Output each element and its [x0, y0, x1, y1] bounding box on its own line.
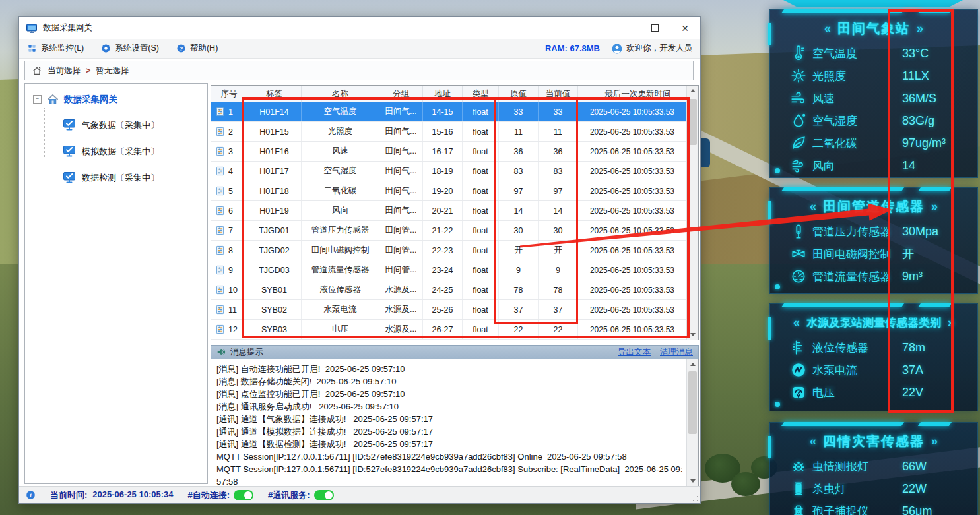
table-row[interactable]: 4 H01F17 空气湿度 田间气... 18-19 float 83 83 2…: [211, 162, 687, 181]
table-header-cell[interactable]: 序号: [211, 86, 247, 102]
table-row[interactable]: 10 SYB01 液位传感器 水源及... 24-25 float 78 78 …: [211, 280, 687, 300]
table-header-cell[interactable]: 最后一次更新时间: [578, 86, 698, 102]
tree-expander[interactable]: −: [33, 95, 42, 104]
table-header-cell[interactable]: 地址: [423, 86, 463, 102]
cell-name: 电压: [302, 320, 379, 339]
maximize-button[interactable]: [639, 17, 670, 39]
sensor-value: 11LX: [902, 69, 971, 83]
scroll-up-arrow[interactable]: [687, 359, 698, 369]
table-row[interactable]: 6 H01F19 风向 田间气... 20-21 float 14 14 202…: [211, 201, 687, 221]
side-tab-handle[interactable]: [701, 138, 710, 167]
close-button[interactable]: ✕: [670, 17, 700, 39]
tree-item-channel[interactable]: 数据检测〔采集中〕: [63, 165, 207, 191]
table-header-cell[interactable]: 类型: [463, 86, 499, 102]
sensor-reading-row: 电压 22V: [790, 381, 971, 404]
export-text-link[interactable]: 导出文本: [618, 347, 651, 358]
dashboard-section-weather: « 田间气象站 » 空气温度 33°C 光照度 11LX: [769, 9, 978, 178]
table-row[interactable]: 3 H01F16 风速 田间气... 16-17 float 36 36 202…: [211, 142, 687, 162]
resize-grip[interactable]: [692, 495, 699, 502]
table-row[interactable]: 5 H01F18 二氧化碳 田间气... 19-20 float 97 97 2…: [211, 181, 687, 201]
scroll-up-arrow[interactable]: [687, 86, 698, 96]
prev-arrow[interactable]: «: [810, 200, 816, 214]
speaker-icon: [216, 348, 226, 357]
breadcrumb: 当前选择 > 暂无选择: [24, 61, 694, 80]
toggle-switch[interactable]: [314, 490, 334, 500]
scrollbar-thumb[interactable]: [688, 99, 697, 145]
tree-root-gateway[interactable]: − 数据采集网关: [33, 93, 207, 106]
cell-address: 20-21: [423, 201, 463, 220]
table-row[interactable]: 9 TJGD03 管道流量传感器 田间管... 23-24 float 9 9 …: [211, 260, 687, 280]
cell-index: 12: [228, 325, 238, 334]
user-icon: [612, 44, 622, 54]
cell-current-value: 36: [539, 142, 578, 161]
sensor-reading-row: 空气湿度 83G/g: [790, 109, 971, 132]
monitor-check-icon: [63, 171, 76, 186]
table-row[interactable]: 12 SYB03 电压 水源及... 26-27 float 22 22 202…: [211, 320, 687, 340]
scroll-down-arrow[interactable]: [687, 476, 698, 486]
prev-arrow[interactable]: «: [793, 316, 800, 330]
next-arrow[interactable]: »: [948, 316, 954, 330]
log-line: [通讯] 通道【模拟数据】连接成功! 2025-06-25 09:57:17: [216, 425, 684, 438]
next-arrow[interactable]: »: [931, 200, 938, 214]
message-scrollbar[interactable]: [686, 359, 698, 486]
table-header-cell[interactable]: 原值: [499, 86, 539, 102]
table-row[interactable]: 8 TJGD02 田间电磁阀控制 田间管... 22-23 float 开 开 …: [211, 241, 687, 260]
table-scrollbar[interactable]: [686, 86, 698, 340]
cell-current-value: 14: [539, 201, 578, 220]
table-body: 1 H01F14 空气温度 田间气... 14-15 float 33 33 2…: [211, 102, 687, 340]
clear-messages-link[interactable]: 清理消息: [660, 347, 693, 358]
frame-mark: [768, 317, 771, 340]
title-bar[interactable]: 数据采集网关 ✕: [19, 17, 700, 39]
cell-last-update: 2025-06-25 10:05:33.53: [578, 181, 687, 200]
thermometer-icon: [790, 45, 812, 62]
scrollbar-thumb[interactable]: [688, 371, 697, 434]
cell-name: 水泵电流: [302, 300, 379, 319]
sensor-reading-row: 空气温度 33°C: [790, 42, 971, 65]
minimize-button[interactable]: [609, 17, 639, 39]
toggle-switch[interactable]: [234, 490, 253, 500]
sensor-dashboard: « 田间气象站 » 空气温度 33°C 光照度 11LX: [768, 0, 980, 515]
tree-item-channel[interactable]: 气象数据〔采集中〕: [63, 112, 207, 138]
message-panel-title: 消息提示: [230, 347, 263, 358]
cell-group: 水源及...: [379, 300, 423, 319]
sensor-reading-row: 田间电磁阀控制 开: [790, 243, 971, 265]
cell-type: float: [463, 181, 499, 200]
cell-address: 24-25: [423, 280, 463, 299]
tree-item-channel[interactable]: 模拟数据〔采集中〕: [63, 138, 207, 165]
cell-group: 水源及...: [379, 320, 423, 339]
menu-item[interactable]: 帮助(H): [176, 43, 218, 54]
scroll-down-arrow[interactable]: [687, 330, 698, 340]
table-row[interactable]: 1 H01F14 空气温度 田间气... 14-15 float 33 33 2…: [211, 102, 687, 122]
row-config-icon: [215, 265, 225, 275]
table-row[interactable]: 2 H01F15 光照度 田间气... 15-16 float 11 11 20…: [211, 122, 687, 142]
info-icon: [26, 490, 36, 500]
cell-last-update: 2025-06-25 10:05:33.53: [578, 142, 687, 161]
cell-raw-value: 22: [499, 320, 539, 339]
log-line: [消息] 通讯服务启动成功! 2025-06-25 09:57:10: [216, 400, 684, 413]
sensor-label: 液位传感器: [812, 340, 902, 355]
cell-current-value: 9: [539, 260, 578, 280]
prev-arrow[interactable]: «: [824, 22, 831, 36]
sensor-reading-row: 孢子捕捉仪 56μm: [790, 500, 971, 515]
menu-item[interactable]: 系统监控(L): [27, 43, 84, 54]
table-row[interactable]: 7 TJGD01 管道压力传感器 田间管... 21-22 float 30 3…: [211, 221, 687, 241]
table-header-cell[interactable]: 当前值: [539, 86, 578, 102]
menu-item[interactable]: 系统设置(S): [101, 43, 159, 54]
cell-tag: H01F19: [247, 201, 302, 220]
cell-current-value: 78: [539, 280, 578, 299]
sensor-value: 22V: [902, 386, 971, 400]
insect-lamp-icon: [790, 480, 812, 497]
sensor-reading-row: 管道压力传感器 30Mpa: [790, 220, 971, 243]
cell-group: 田间气...: [379, 102, 423, 121]
table-header-cell[interactable]: 标签: [247, 86, 302, 102]
table-header-cell[interactable]: 分组: [379, 86, 423, 102]
sensor-label: 风速: [812, 91, 902, 106]
cell-tag: H01F17: [247, 162, 302, 181]
dashboard-section-title: 水源及泵站测量传感器类别: [806, 315, 941, 330]
log-line: MQTT Session[IP:127.0.0.1:56711] [ID:527…: [216, 450, 684, 463]
table-header-cell[interactable]: 名称: [302, 86, 379, 102]
prev-arrow[interactable]: «: [810, 435, 816, 448]
table-row[interactable]: 11 SYB02 水泵电流 水源及... 25-26 float 37 37 2…: [211, 300, 687, 320]
next-arrow[interactable]: »: [931, 435, 938, 448]
next-arrow[interactable]: »: [917, 22, 923, 36]
